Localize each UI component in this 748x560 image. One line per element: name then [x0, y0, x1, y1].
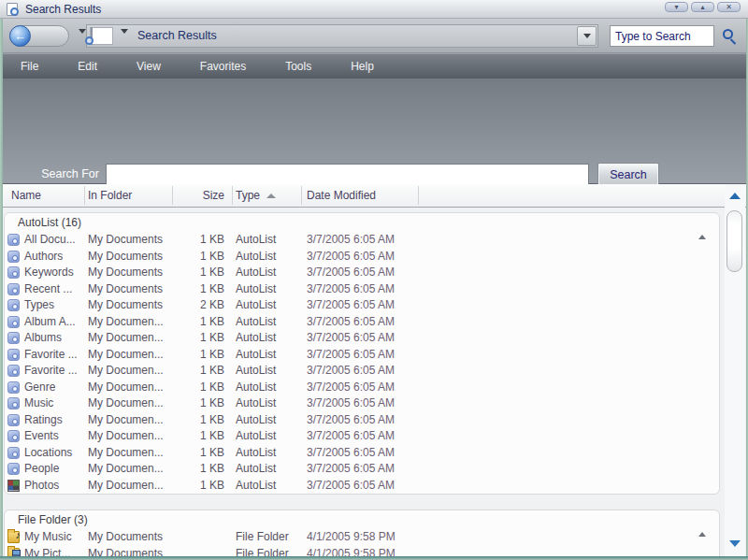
column-separator[interactable]: [172, 186, 173, 205]
column-header-name[interactable]: Name: [11, 184, 41, 207]
cell-type: AutoList: [236, 363, 276, 380]
cell-date: 3/7/2005 6:05 AM: [307, 395, 395, 412]
close-button[interactable]: ✕: [717, 2, 741, 12]
list-item[interactable]: Album A...My Documen...1 KBAutoList3/7/2…: [5, 314, 719, 331]
window-frame: [0, 19, 3, 560]
list-item[interactable]: Recent ...My Documents1 KBAutoList3/7/20…: [5, 281, 719, 298]
minimize-button[interactable]: ▾: [665, 2, 688, 12]
cell-folder: My Documents: [88, 529, 163, 546]
address-icon-chip[interactable]: [90, 27, 113, 45]
search-for-input[interactable]: [106, 164, 589, 185]
list-item[interactable]: KeywordsMy Documents1 KBAutoList3/7/2005…: [5, 265, 719, 281]
group-header[interactable]: AutoList (16): [5, 213, 719, 232]
chevron-down-icon: [121, 29, 128, 50]
cell-date: 3/7/2005 6:05 AM: [307, 478, 395, 495]
cell-name: Albums: [24, 330, 62, 347]
menu-file[interactable]: File: [21, 60, 38, 73]
menu-tools[interactable]: Tools: [285, 60, 311, 73]
cell-type: AutoList: [236, 478, 276, 495]
column-separator[interactable]: [301, 186, 302, 205]
cell-size: 1 KB: [145, 380, 224, 396]
maximize-button[interactable]: ▴: [691, 2, 714, 12]
list-item[interactable]: My Pict...My DocumentsFile Folder4/1/200…: [5, 546, 719, 557]
menu-edit[interactable]: Edit: [78, 60, 97, 73]
group-header[interactable]: File Folder (3): [5, 510, 719, 529]
cell-size: 1 KB: [145, 265, 224, 281]
column-separator[interactable]: [418, 186, 419, 205]
list-item[interactable]: Favorite ...My Documen...1 KBAutoList3/7…: [5, 363, 719, 380]
cell-size: 1 KB: [145, 478, 224, 495]
cell-type: AutoList: [236, 281, 276, 298]
cell-date: 3/7/2005 6:05 AM: [307, 412, 395, 429]
group-collapse-button[interactable]: [698, 219, 710, 228]
cell-name: Locations: [24, 445, 72, 462]
cell-date: 3/7/2005 6:05 AM: [307, 249, 395, 266]
search-panel: Search For Search in My Documents includ…: [0, 79, 748, 184]
search-button[interactable]: Search: [597, 163, 659, 186]
column-separator[interactable]: [84, 186, 85, 205]
column-header-date-modified[interactable]: Date Modified: [307, 184, 376, 207]
address-text: Search Results: [137, 25, 217, 47]
menu-help[interactable]: Help: [351, 60, 374, 73]
vertical-scrollbar[interactable]: [725, 184, 745, 556]
menu-view[interactable]: View: [137, 60, 161, 73]
list-item[interactable]: TypesMy Documents2 KBAutoList3/7/2005 6:…: [5, 297, 719, 314]
cell-size: 1 KB: [145, 395, 224, 412]
group-label: AutoList (16): [18, 213, 81, 233]
cell-date: 3/7/2005 6:05 AM: [307, 445, 395, 462]
cell-type: AutoList: [236, 395, 276, 412]
cell-type: AutoList: [236, 461, 276, 478]
list-item[interactable]: My MusicMy DocumentsFile Folder4/1/2005 …: [5, 529, 719, 546]
cell-date: 3/7/2005 6:05 AM: [307, 347, 395, 364]
column-header-type[interactable]: Type: [236, 184, 260, 207]
list-item[interactable]: LocationsMy Documen...1 KBAutoList3/7/20…: [5, 445, 719, 462]
column-header-in-folder[interactable]: In Folder: [88, 184, 132, 207]
list-item[interactable]: PhotosMy Documen...1 KBAutoList3/7/2005 …: [5, 478, 719, 495]
cell-type: AutoList: [236, 330, 276, 347]
list-item[interactable]: MusicMy Documen...1 KBAutoList3/7/2005 6…: [5, 395, 719, 412]
address-icon-dropdown[interactable]: [121, 34, 128, 50]
scroll-down-button[interactable]: [728, 537, 741, 550]
group-collapse-button[interactable]: [698, 516, 710, 525]
column-separator[interactable]: [232, 186, 233, 205]
list-item[interactable]: RatingsMy Documen...1 KBAutoList3/7/2005…: [5, 412, 719, 429]
cell-size: 1 KB: [145, 232, 224, 249]
quick-search-input[interactable]: [610, 25, 714, 47]
cell-name: Music: [24, 395, 53, 412]
photos-icon: [7, 480, 20, 492]
address-bar[interactable]: Search Results: [86, 24, 598, 48]
scroll-up-button[interactable]: [728, 189, 741, 202]
results-group: AutoList (16)All Docu...My Documents1 KB…: [4, 212, 720, 495]
cell-size: 1 KB: [145, 363, 224, 380]
menu-favorites[interactable]: Favorites: [200, 60, 246, 73]
list-item[interactable]: EventsMy Documen...1 KBAutoList3/7/2005 …: [5, 428, 719, 445]
cell-name: Favorite ...: [24, 363, 78, 380]
cell-name: Ratings: [24, 412, 63, 429]
cell-type: File Folder: [236, 529, 289, 546]
list-item[interactable]: GenreMy Documen...1 KBAutoList3/7/2005 6…: [5, 380, 719, 396]
cell-name: Keywords: [24, 265, 74, 281]
list-item[interactable]: PeopleMy Documen...1 KBAutoList3/7/2005 …: [5, 461, 719, 478]
cell-date: 4/1/2005 9:58 PM: [307, 529, 396, 546]
cell-name: People: [24, 461, 59, 478]
scrollbar-thumb[interactable]: [726, 210, 742, 272]
list-item[interactable]: AlbumsMy Documen...1 KBAutoList3/7/2005 …: [5, 330, 719, 347]
results-group: File Folder (3)My MusicMy DocumentsFile …: [4, 510, 720, 556]
back-button[interactable]: ←: [9, 25, 31, 47]
cell-type: AutoList: [236, 380, 276, 396]
list-item[interactable]: All Docu...My Documents1 KBAutoList3/7/2…: [5, 232, 719, 249]
list-item[interactable]: Favorite ...My Documen...1 KBAutoList3/7…: [5, 347, 719, 364]
autolist-icon: [7, 381, 20, 394]
autolist-icon: [7, 283, 20, 295]
autolist-icon: [7, 332, 20, 344]
cell-date: 3/7/2005 6:05 AM: [307, 461, 395, 478]
cell-name: My Pict...: [24, 546, 70, 557]
autolist-icon: [7, 414, 20, 426]
search-icon[interactable]: [723, 29, 733, 39]
autolist-icon: [7, 397, 20, 409]
list-item[interactable]: AuthorsMy Documents1 KBAutoList3/7/2005 …: [5, 249, 719, 266]
column-header-size[interactable]: Size: [150, 184, 224, 207]
column-header-row: Name In Folder Size Type Date Modified: [2, 184, 746, 208]
cell-size: 1 KB: [145, 347, 224, 364]
address-dropdown-button[interactable]: [577, 26, 597, 46]
